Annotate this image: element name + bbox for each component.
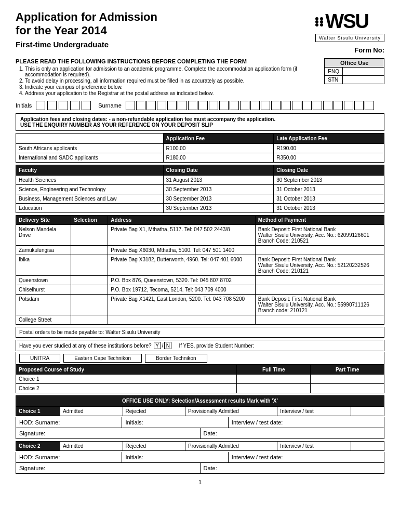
- sig1-row: Signature: Date:: [16, 428, 384, 438]
- surname-box-11[interactable]: [230, 101, 239, 110]
- stn-value[interactable]: [343, 76, 384, 84]
- full-time-heading: Full Time: [237, 365, 311, 375]
- site-nelson: Nelson Mandela Drive: [16, 225, 71, 246]
- faculty-row-2: Science, Engineering and Technology 30 S…: [16, 185, 384, 194]
- enq-value[interactable]: [343, 68, 384, 76]
- address-college: [108, 315, 256, 325]
- delivery-row-chiselhurst: Chiselhurst P.O. Box 19712, Tecoma, 5214…: [16, 285, 384, 295]
- surname-box-4[interactable]: [157, 101, 166, 110]
- surname-box-24[interactable]: [365, 101, 374, 110]
- choice2-rejected-cell: Rejected: [123, 442, 185, 451]
- delivery-row-potsdam: Potsdam Private Bag X1421, East London, …: [16, 295, 384, 315]
- surname-box-5[interactable]: [167, 101, 177, 110]
- hod2-surname: HOD: Surname:: [16, 452, 122, 462]
- initial-box-3[interactable]: [59, 101, 68, 110]
- header: Application for Admission for the Year 2…: [16, 10, 384, 54]
- no-box[interactable]: N: [164, 342, 171, 349]
- faculty-row-4: Education 30 September 2013 31 October 2…: [16, 204, 384, 213]
- faculty-table: Faculty Closing Date Closing Date Health…: [16, 165, 384, 213]
- surname-box-6[interactable]: [178, 101, 187, 110]
- fees-col2-header: Application Fee: [163, 134, 274, 144]
- payment-zamu: [255, 246, 384, 255]
- surname-box-20[interactable]: [323, 101, 332, 110]
- yes-box[interactable]: Y: [154, 342, 161, 349]
- fees-notice: Application fees and closing dates: - a …: [16, 113, 384, 131]
- faculty-row-1: Health Sciences 31 August 2013 30 Septem…: [16, 176, 384, 185]
- slash-text: /: [162, 343, 164, 349]
- hod1-section: HOD: Surname: Initials: Interview / test…: [16, 417, 384, 439]
- address-zamu: Private Bag X6030, Mthatha, 5100. Tel: 0…: [108, 246, 256, 255]
- faculty-col3-header: Closing Date: [274, 165, 384, 176]
- faculty-col2-header: Closing Date: [163, 165, 274, 176]
- studied-question-row: Have you ever studied at any of these in…: [16, 340, 384, 351]
- surname-box-21[interactable]: [334, 101, 343, 110]
- surname-box-1[interactable]: [126, 101, 135, 110]
- office-use-table: Office Use ENQ STN: [324, 58, 384, 84]
- selection-nelson[interactable]: [71, 225, 108, 246]
- address-nelson: Private Bag X1, Mthatha, 5117. Tel: 047 …: [108, 225, 256, 246]
- choice1-parttime[interactable]: [311, 375, 384, 384]
- selection-queenstown[interactable]: [71, 276, 108, 285]
- faculty-row4-close2: 31 October 2013: [274, 204, 384, 213]
- initial-box-2[interactable]: [47, 101, 57, 110]
- logo-block: WSU Walter Sisulu University Form No:: [315, 10, 384, 54]
- payment-queenstown: [255, 276, 384, 285]
- hod1-interview-date: Interview / test date:: [229, 417, 384, 428]
- hod1-initials: Initials:: [122, 417, 228, 428]
- site-zamu: Zamukulungisa: [16, 246, 71, 255]
- choice2-fulltime[interactable]: [237, 384, 311, 393]
- initial-box-5[interactable]: [82, 101, 91, 110]
- delivery-row-nelson: Nelson Mandela Drive Private Bag X1, Mth…: [16, 225, 384, 246]
- surname-box-16[interactable]: [282, 101, 291, 110]
- surname-box-15[interactable]: [271, 101, 281, 110]
- sig2-signature: Signature:: [16, 463, 201, 473]
- fees-row2-late: R350.00: [274, 153, 384, 163]
- surname-box-10[interactable]: [219, 101, 229, 110]
- site-queenstown: Queenstown: [16, 276, 71, 285]
- surname-box-7[interactable]: [188, 101, 197, 110]
- sig2-date: Date:: [201, 463, 384, 473]
- initial-box-4[interactable]: [70, 101, 79, 110]
- site-college: College Street: [16, 315, 71, 325]
- institutions-row: UNITRA Eastern Cape Technikon Border Tec…: [16, 352, 384, 365]
- selection-zamu[interactable]: [71, 246, 108, 255]
- surname-box-19[interactable]: [313, 101, 322, 110]
- fees-row2-fee: R180.00: [163, 153, 274, 163]
- hod2-section: HOD: Surname: Initials: Interview / test…: [16, 452, 384, 474]
- surname-box-3[interactable]: [146, 101, 156, 110]
- delivery-row-queenstown: Queenstown P.O. Box 876, Queenstown, 532…: [16, 276, 384, 285]
- selection-potsdam[interactable]: [71, 295, 108, 315]
- selection-ibika[interactable]: [71, 255, 108, 276]
- choice1-row: Choice 1: [16, 375, 384, 384]
- surname-box-17[interactable]: [292, 101, 301, 110]
- faculty-row2-name: Science, Engineering and Technology: [16, 185, 164, 194]
- choice2-label: Choice 2: [16, 384, 237, 393]
- faculty-row1-close1: 31 August 2013: [163, 176, 274, 185]
- selection-college[interactable]: [71, 315, 108, 325]
- faculty-row2-close1: 30 September 2013: [163, 185, 274, 194]
- selection-chiselhurst[interactable]: [71, 285, 108, 295]
- main-title: Application for Admission for the Year 2…: [16, 10, 157, 38]
- instruction-3: Indicate your campus of preference below…: [25, 84, 384, 90]
- border-label: Border Technikon: [145, 354, 207, 363]
- surname-box-18[interactable]: [302, 101, 312, 110]
- hod1-row: HOD: Surname: Initials: Interview / test…: [16, 417, 384, 428]
- initials-label: Initials: [16, 102, 32, 109]
- surname-box-2[interactable]: [136, 101, 145, 110]
- surname-box-12[interactable]: [240, 101, 249, 110]
- delivery-col4-header: Method of Payment: [255, 216, 384, 225]
- surname-box-8[interactable]: [198, 101, 208, 110]
- surname-box-23[interactable]: [354, 101, 364, 110]
- initial-box-1[interactable]: [36, 101, 45, 110]
- surname-box-22[interactable]: [344, 101, 353, 110]
- choice1-admitted-cell: Admitted: [60, 407, 123, 416]
- fees-row1-fee: R100.00: [163, 144, 274, 153]
- surname-box-9[interactable]: [209, 101, 218, 110]
- surname-box-14[interactable]: [261, 101, 270, 110]
- surname-box-group: [126, 101, 374, 110]
- yes-no-boxes: Y / N: [154, 342, 172, 349]
- choice1-fulltime[interactable]: [237, 375, 311, 384]
- surname-box-13[interactable]: [250, 101, 260, 110]
- choice2-parttime[interactable]: [311, 384, 384, 393]
- page-number: 1: [16, 479, 384, 485]
